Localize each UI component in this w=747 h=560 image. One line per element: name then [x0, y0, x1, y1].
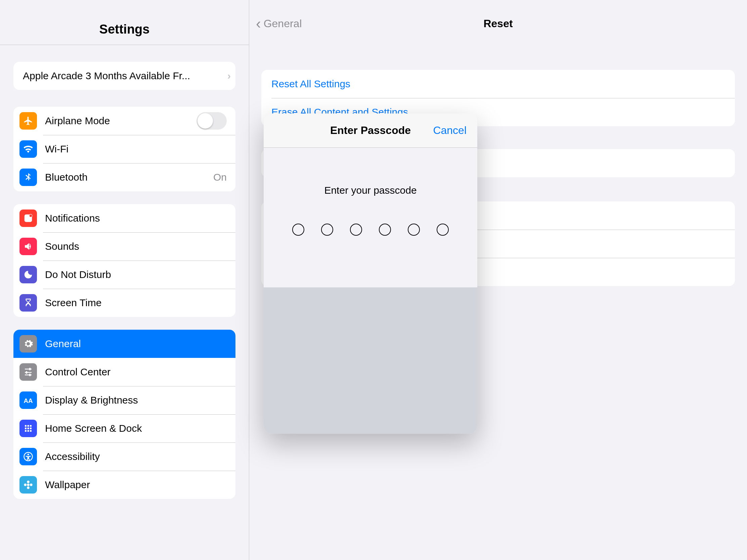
svg-point-17 — [27, 486, 30, 489]
airplane-icon — [20, 112, 37, 130]
svg-rect-7 — [25, 428, 27, 429]
svg-rect-6 — [30, 425, 31, 427]
sidebar-item-homescreen[interactable]: Home Screen & Dock — [14, 414, 235, 443]
passcode-dot — [437, 223, 449, 236]
sidebar-item-screentime[interactable]: Screen Time — [14, 289, 235, 317]
cancel-button[interactable]: Cancel — [433, 124, 467, 137]
sidebar: Settings Apple Arcade 3 Months Available… — [0, 0, 249, 560]
label: General — [45, 338, 227, 349]
modal-header: Enter Passcode Cancel — [264, 113, 477, 148]
sidebar-item-airplane[interactable]: Airplane Mode — [14, 107, 235, 135]
label: Do Not Disturb — [45, 269, 227, 280]
chevron-left-icon: ‹ — [256, 16, 261, 31]
label: Screen Time — [45, 297, 227, 309]
svg-point-18 — [24, 483, 27, 486]
label: Notifications — [45, 213, 227, 224]
sliders-icon — [20, 363, 37, 381]
svg-rect-12 — [30, 430, 31, 432]
promo-label: Apple Arcade 3 Months Available Fr... — [23, 70, 224, 82]
label: Accessibility — [45, 451, 227, 462]
svg-point-16 — [27, 481, 30, 483]
label: Display & Brightness — [45, 395, 227, 406]
nav-bar: ‹ General Reset — [249, 0, 747, 47]
svg-point-19 — [30, 483, 32, 486]
passcode-dot — [379, 223, 391, 236]
svg-rect-9 — [30, 428, 31, 429]
sidebar-item-notifications[interactable]: Notifications — [14, 204, 235, 232]
passcode-keypad[interactable] — [264, 287, 477, 434]
sidebar-title: Settings — [0, 22, 249, 45]
sidebar-item-accessibility[interactable]: Accessibility — [14, 443, 235, 471]
svg-point-15 — [27, 483, 30, 486]
svg-point-2 — [30, 215, 32, 217]
reset-all-settings[interactable]: Reset All Settings — [261, 70, 735, 98]
grid-icon — [20, 420, 37, 437]
passcode-dots — [264, 223, 477, 236]
display-icon: AA — [20, 392, 37, 409]
sidebar-item-wallpaper[interactable]: Wallpaper — [14, 471, 235, 499]
label: Home Screen & Dock — [45, 423, 227, 434]
accessibility-icon — [20, 448, 37, 465]
label: Wi-Fi — [45, 143, 227, 155]
notifications-icon — [20, 210, 37, 227]
sidebar-item-bluetooth[interactable]: Bluetooth On — [14, 163, 235, 191]
passcode-dot — [292, 223, 304, 236]
back-button[interactable]: ‹ General — [256, 16, 302, 31]
passcode-modal: Enter Passcode Cancel Enter your passcod… — [264, 113, 477, 434]
hourglass-icon — [20, 294, 37, 312]
sidebar-group-system: General Control Center AA Display & Brig… — [14, 330, 235, 499]
passcode-dot — [350, 223, 362, 236]
sidebar-item-display[interactable]: AA Display & Brightness — [14, 386, 235, 414]
sidebar-group-connectivity: Airplane Mode Wi-Fi Bluetooth On — [14, 107, 235, 191]
sidebar-item-controlcenter[interactable]: Control Center — [14, 358, 235, 386]
passcode-dot — [408, 223, 420, 236]
svg-text:AA: AA — [24, 397, 33, 404]
svg-point-14 — [28, 454, 29, 455]
passcode-dot — [321, 223, 333, 236]
moon-icon — [20, 266, 37, 283]
label: Wallpaper — [45, 479, 227, 490]
sidebar-group-alerts: Notifications Sounds Do Not Disturb Scre… — [14, 204, 235, 317]
gear-icon — [20, 335, 37, 352]
svg-rect-8 — [28, 428, 29, 429]
sidebar-item-wifi[interactable]: Wi-Fi — [14, 135, 235, 163]
value: On — [213, 171, 227, 183]
label: Control Center — [45, 366, 227, 378]
page-title: Reset — [483, 18, 513, 30]
sidebar-item-general[interactable]: General — [14, 330, 235, 358]
passcode-prompt: Enter your passcode — [264, 185, 477, 196]
sidebar-item-sounds[interactable]: Sounds — [14, 232, 235, 261]
svg-rect-11 — [28, 430, 29, 432]
label: Bluetooth — [45, 171, 213, 183]
svg-rect-4 — [25, 425, 27, 427]
sounds-icon — [20, 238, 37, 255]
back-label: General — [264, 18, 302, 30]
svg-rect-5 — [28, 425, 29, 427]
wifi-icon — [20, 140, 37, 158]
promo-banner[interactable]: Apple Arcade 3 Months Available Fr... › — [14, 62, 235, 90]
flower-icon — [20, 476, 37, 494]
chevron-right-icon: › — [227, 70, 231, 82]
bluetooth-icon — [20, 168, 37, 186]
airplane-toggle[interactable] — [197, 112, 227, 130]
label: Airplane Mode — [45, 115, 197, 127]
sidebar-item-dnd[interactable]: Do Not Disturb — [14, 261, 235, 289]
svg-rect-10 — [25, 430, 27, 432]
modal-title: Enter Passcode — [330, 124, 411, 137]
label: Sounds — [45, 241, 227, 252]
